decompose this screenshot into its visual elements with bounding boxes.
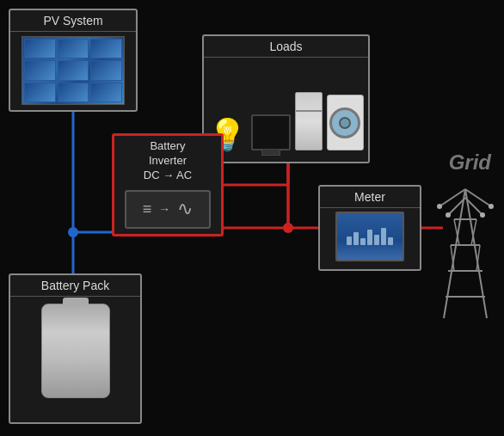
meter-box: Meter bbox=[318, 185, 421, 271]
tv-screen bbox=[253, 116, 289, 149]
inverter-label-line1: Battery bbox=[150, 139, 185, 152]
meter-bar bbox=[360, 238, 366, 245]
pv-cell bbox=[24, 83, 56, 102]
inverter-label-line2: Inverter bbox=[149, 154, 187, 167]
pv-cell bbox=[58, 83, 89, 102]
pv-cell bbox=[90, 60, 122, 80]
pv-cell bbox=[24, 39, 56, 58]
washer-drum bbox=[329, 107, 360, 138]
loads-box: Loads 💡 bbox=[202, 34, 370, 163]
meter-label: Meter bbox=[320, 187, 420, 208]
pv-system-label: PV System bbox=[10, 10, 136, 32]
pv-cell bbox=[58, 60, 89, 80]
battery-pack-label: Battery Pack bbox=[10, 275, 140, 297]
meter-bar bbox=[353, 232, 359, 245]
inverter-label-line3: DC → AC bbox=[144, 169, 192, 181]
fridge-icon bbox=[295, 92, 323, 150]
grid-label: Grid bbox=[449, 150, 491, 175]
meter-bar bbox=[381, 228, 386, 245]
inverter-box: Battery Inverter DC → AC ≡ → ∿ bbox=[112, 133, 224, 236]
svg-point-29 bbox=[480, 212, 485, 218]
meter-bar bbox=[347, 236, 352, 245]
dc-symbol: ≡ bbox=[143, 200, 152, 218]
svg-line-22 bbox=[439, 189, 465, 206]
meter-bar bbox=[374, 235, 379, 245]
inverter-label: Battery Inverter DC → AC bbox=[114, 136, 221, 187]
loads-label: Loads bbox=[204, 36, 368, 58]
washer-icon bbox=[327, 95, 364, 150]
washer-drum-inner bbox=[339, 117, 351, 129]
pv-system-box: PV System bbox=[9, 9, 138, 112]
pv-cell bbox=[24, 60, 56, 80]
pv-panel bbox=[22, 36, 125, 105]
battery-pack-box: Battery Pack bbox=[9, 273, 142, 424]
arrow-symbol: → bbox=[158, 202, 170, 216]
meter-bars bbox=[347, 228, 393, 245]
inverter-device: ≡ → ∿ bbox=[125, 190, 211, 229]
meter-device bbox=[335, 212, 404, 261]
power-tower bbox=[435, 185, 495, 326]
svg-point-26 bbox=[437, 204, 442, 209]
diagram: PV System Loads 💡 bbox=[0, 0, 504, 436]
svg-point-28 bbox=[446, 212, 451, 218]
battery-icon bbox=[41, 304, 110, 398]
wave-symbol: ∿ bbox=[177, 198, 193, 220]
svg-point-10 bbox=[68, 227, 78, 237]
pv-cell bbox=[90, 39, 122, 58]
tv-icon bbox=[251, 114, 291, 150]
svg-point-8 bbox=[283, 223, 293, 233]
pv-cell bbox=[90, 83, 122, 102]
loads-icons: 💡 bbox=[204, 58, 368, 157]
meter-bar bbox=[367, 230, 372, 245]
svg-point-27 bbox=[489, 204, 494, 209]
pv-cell bbox=[58, 39, 89, 58]
meter-bar bbox=[388, 237, 393, 245]
svg-line-23 bbox=[465, 189, 491, 206]
